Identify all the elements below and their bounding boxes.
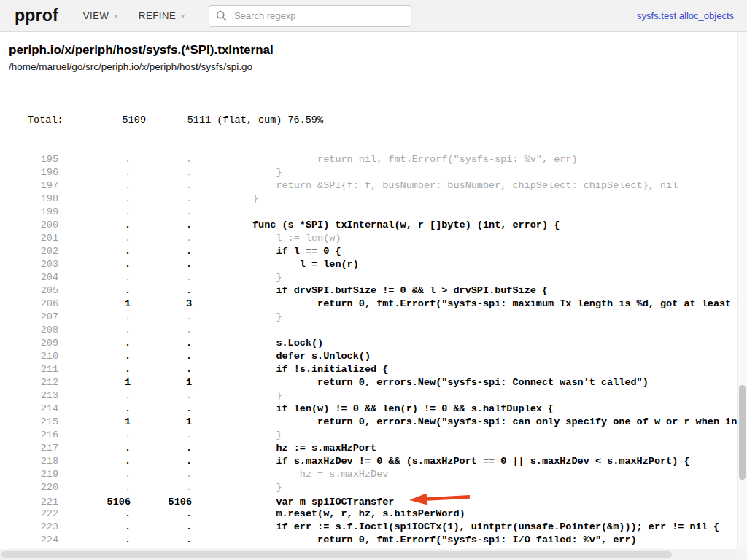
line-number: 224	[9, 534, 58, 547]
cum-value: .	[131, 402, 192, 416]
line-number: 198	[9, 192, 58, 206]
code-text: var m spiIOCTransfer	[252, 496, 394, 509]
source-line-211[interactable]: 211.. if !s.initialized {	[9, 363, 747, 376]
line-number: 197	[9, 179, 58, 192]
flat-value: .	[58, 166, 131, 179]
line-number: 201	[9, 232, 58, 245]
line-number: 220	[9, 481, 58, 494]
horizontal-scrollbar-thumb[interactable]	[1, 551, 672, 558]
flat-value: .	[58, 153, 131, 166]
source-line-195: 195.. return nil, fmt.Errorf("sysfs-spi:…	[9, 153, 747, 166]
code-text: hz = s.maxHzDev	[252, 468, 388, 481]
source-line-203[interactable]: 203.. l = len(r)	[9, 258, 747, 271]
chevron-down-icon: ▾	[114, 12, 118, 20]
source-line-212[interactable]: 21211 return 0, errors.New("sysfs-spi: C…	[9, 376, 747, 389]
view-menu[interactable]: VIEW ▾	[83, 10, 118, 21]
source-line-205[interactable]: 205.. if drvSPI.bufSize != 0 && l > drvS…	[9, 284, 747, 298]
flat-value: .	[58, 284, 131, 298]
line-number: 195	[9, 153, 58, 166]
source-line-220: 220.. }	[9, 481, 747, 494]
flat-value: .	[58, 337, 131, 350]
flat-value: .	[58, 402, 131, 416]
cum-value: .	[131, 481, 192, 494]
profile-link[interactable]: sysfs.test alloc_objects	[637, 10, 734, 21]
line-number: 210	[9, 350, 58, 363]
flat-value: .	[58, 219, 131, 232]
flat-value: .	[58, 363, 131, 376]
flat-value: .	[58, 508, 131, 521]
line-number: 218	[9, 455, 58, 468]
source-line-202[interactable]: 202.. if l == 0 {	[9, 245, 747, 258]
source-line-201: 201.. l := len(w)	[9, 232, 747, 245]
cum-value: .	[131, 468, 192, 481]
line-number: 221	[9, 496, 58, 509]
vertical-scrollbar-thumb[interactable]	[739, 385, 746, 480]
vertical-scrollbar[interactable]	[737, 32, 747, 549]
flat-value: .	[58, 324, 131, 337]
code-text: }	[252, 166, 282, 179]
line-number: 208	[9, 324, 58, 337]
line-number: 222	[9, 508, 58, 521]
line-number: 209	[9, 337, 58, 350]
source-line-217[interactable]: 217.. hz := s.maxHzPort	[9, 442, 747, 455]
source-line-215[interactable]: 21511 return 0, errors.New("sysfs-spi: c…	[9, 416, 747, 429]
code-text: return 0, fmt.Errorf("sysfs-spi: maximum…	[252, 298, 743, 311]
flat-value: .	[58, 311, 131, 324]
code-text: if !s.initialized {	[252, 363, 388, 376]
code-text: return nil, fmt.Errorf("sysfs-spi: %v", …	[252, 153, 578, 166]
code-text: return 0, fmt.Errorf("sysfs-spi: I/O fai…	[252, 534, 637, 547]
cum-value: .	[131, 284, 192, 298]
refine-menu-label: REFINE	[139, 10, 176, 21]
cum-value: .	[131, 429, 192, 442]
code-text: return 0, errors.New("sysfs-spi: Connect…	[252, 376, 649, 389]
cum-value: .	[131, 508, 192, 521]
horizontal-scrollbar[interactable]	[0, 549, 737, 560]
code-text: l := len(w)	[252, 232, 341, 245]
view-menu-label: VIEW	[83, 10, 109, 21]
source-line-221[interactable]: 22151065106 var m spiIOCTransfer	[9, 494, 747, 508]
search-input[interactable]	[233, 9, 404, 22]
code-text: return 0, errors.New("sysfs-spi: can onl…	[252, 416, 737, 429]
code-text: l = len(r)	[252, 258, 359, 271]
source-line-223[interactable]: 223.. if err := s.f.Ioctl(spiIOCTx(1), u…	[9, 521, 747, 534]
code-text: if drvSPI.bufSize != 0 && l > drvSPI.buf…	[252, 284, 548, 298]
source-line-214[interactable]: 214.. if len(w) != 0 && len(r) != 0 && s…	[9, 402, 747, 416]
code-text: }	[252, 389, 282, 402]
line-number: 212	[9, 376, 58, 389]
code-text: }	[252, 192, 258, 206]
cum-value: .	[131, 363, 192, 376]
source-line-210[interactable]: 210.. defer s.Unlock()	[9, 350, 747, 363]
annotation-arrow-icon	[409, 491, 471, 509]
source-line-197: 197.. return &SPI{f: f, busNumber: busNu…	[9, 179, 747, 192]
scrollbar-corner	[737, 549, 747, 560]
source-line-200[interactable]: 200..func (s *SPI) txInternal(w, r []byt…	[9, 219, 747, 232]
pprof-logo: pprof	[15, 6, 58, 26]
code-text: if err := s.f.Ioctl(spiIOCTx(1), uintptr…	[252, 521, 719, 534]
flat-value: .	[58, 521, 131, 534]
cum-value: .	[131, 389, 192, 402]
line-number: 207	[9, 311, 58, 324]
code-text: return &SPI{f: f, busNumber: busNumber, …	[252, 179, 678, 192]
cum-value: 5106	[131, 496, 192, 509]
line-number: 205	[9, 284, 58, 298]
search-box[interactable]	[209, 5, 411, 27]
line-number: 196	[9, 166, 58, 179]
flat-value: .	[58, 258, 131, 271]
source-line-206[interactable]: 20613 return 0, fmt.Errorf("sysfs-spi: m…	[9, 298, 747, 311]
line-number: 202	[9, 245, 58, 258]
line-number: 206	[9, 298, 58, 311]
source-line-222[interactable]: 222.. m.reset(w, r, hz, s.bitsPerWord)	[9, 508, 747, 521]
function-title: periph.io/x/periph/host/sysfs.(*SPI).txI…	[9, 43, 747, 58]
source-line-224[interactable]: 224.. return 0, fmt.Errorf("sysfs-spi: I…	[9, 534, 747, 547]
source-line-209[interactable]: 209.. s.Lock()	[9, 337, 747, 350]
line-number: 199	[9, 206, 58, 219]
source-line-199: 199..	[9, 206, 747, 219]
refine-menu[interactable]: REFINE ▾	[139, 10, 185, 21]
code-text: hz := s.maxHzPort	[252, 442, 376, 455]
source-file-path: /home/maruel/go/src/periph.io/x/periph/h…	[9, 61, 747, 72]
source-line-218[interactable]: 218.. if s.maxHzDev != 0 && (s.maxHzPort…	[9, 455, 747, 468]
flat-value: .	[58, 206, 131, 219]
code-text: if s.maxHzDev != 0 && (s.maxHzPort == 0 …	[252, 455, 690, 468]
source-view: periph.io/x/periph/host/sysfs.(*SPI).txI…	[0, 32, 747, 560]
flat-value: .	[58, 534, 131, 547]
